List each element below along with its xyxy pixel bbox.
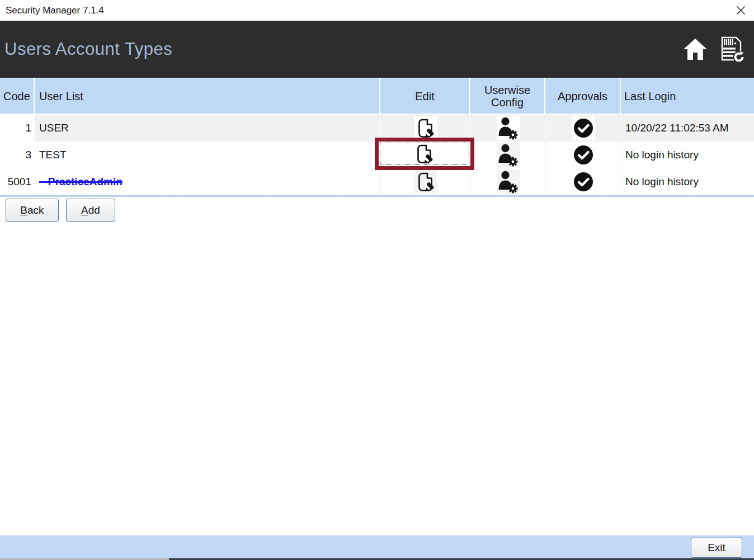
check-circle-icon[interactable]: [572, 116, 595, 140]
back-button[interactable]: Back: [6, 199, 59, 222]
column-header-code: Code: [0, 78, 35, 114]
cell-user: PracticeAdmin: [35, 168, 380, 195]
exit-button[interactable]: Exit: [691, 538, 742, 558]
edit-note-icon[interactable]: [414, 116, 437, 140]
close-icon[interactable]: [732, 1, 750, 19]
table-row: 5001 PracticeAdmin: [0, 168, 754, 195]
bottom-bar: [0, 535, 754, 558]
home-icon[interactable]: [682, 37, 708, 61]
column-header-last-login: Last Login: [621, 78, 754, 114]
app-window: Security Manager 7.1.4 Users Account Typ…: [0, 0, 754, 560]
column-header-edit: Edit: [380, 78, 470, 114]
cell-user: TEST: [35, 142, 380, 168]
edit-note-icon[interactable]: [379, 142, 470, 166]
title-bar: Security Manager 7.1.4: [0, 0, 754, 21]
table-body: 1 USER: [0, 115, 754, 195]
table-header: Code User List Edit Userwise Config Appr…: [0, 78, 754, 114]
check-circle-icon[interactable]: [572, 170, 595, 194]
table-bottom-divider: [0, 195, 754, 197]
page-title: Users Account Types: [0, 39, 172, 59]
cell-userwise-config: [470, 115, 545, 142]
cell-last-login: 10/20/22 11:02:53 AM: [621, 115, 754, 142]
cell-approvals: [545, 115, 621, 142]
column-header-userwise-config: Userwise Config: [470, 78, 545, 114]
cell-code: 3: [0, 142, 35, 168]
highlight-box: [375, 138, 474, 170]
check-circle-icon[interactable]: [572, 143, 595, 167]
column-header-user-list: User List: [35, 78, 380, 114]
user-gear-icon[interactable]: [497, 116, 520, 140]
page-header: Users Account Types: [0, 21, 754, 78]
user-gear-icon[interactable]: [497, 170, 520, 194]
user-gear-icon[interactable]: [497, 143, 520, 167]
cell-code: 5001: [0, 168, 35, 195]
cell-approvals: [545, 168, 621, 195]
window-title: Security Manager 7.1.4: [0, 5, 104, 16]
cell-approvals: [545, 142, 621, 168]
add-button[interactable]: Add: [66, 199, 115, 222]
column-header-approvals: Approvals: [545, 78, 621, 114]
cell-userwise-config: [470, 142, 545, 168]
header-icons: [682, 21, 745, 78]
cell-edit: [380, 168, 470, 195]
cell-code: 1: [0, 115, 35, 142]
report-refresh-icon[interactable]: [718, 36, 745, 63]
cell-last-login: No login history: [621, 168, 754, 195]
deleted-user-link[interactable]: PracticeAdmin: [39, 176, 122, 188]
cell-user: USER: [35, 115, 380, 142]
cell-last-login: No login history: [621, 142, 754, 168]
cell-userwise-config: [470, 168, 545, 195]
edit-note-icon[interactable]: [414, 170, 437, 194]
